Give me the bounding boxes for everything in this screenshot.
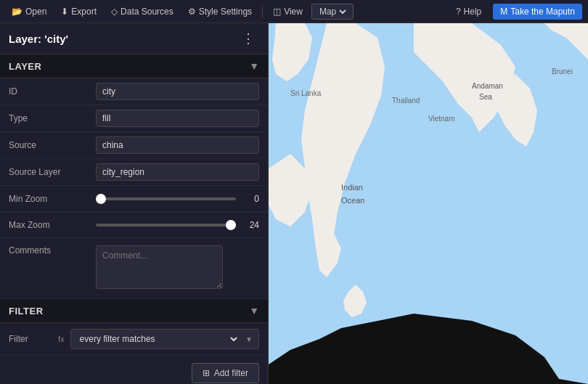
min-zoom-value: 0	[242, 194, 259, 204]
filter-field-row: Filter fx every filter matches ▼	[0, 323, 268, 356]
main: Layer: 'city' ⋮ Layer ▼ ID Type	[0, 23, 588, 384]
source-layer-field-row: Source Layer	[0, 159, 268, 186]
layer-header: Layer: 'city' ⋮	[0, 23, 268, 54]
min-zoom-label: Min Zoom	[9, 194, 96, 204]
min-zoom-slider-wrap[interactable]: 0	[96, 194, 259, 204]
source-label: Source	[9, 140, 96, 150]
max-zoom-label: Max Zoom	[9, 220, 96, 230]
max-zoom-value: 24	[242, 220, 259, 230]
topbar-right: ? Help M Take the Maputn	[450, 4, 582, 20]
maputnik-button[interactable]: M Take the Maputn	[493, 4, 582, 20]
map-select-wrap[interactable]: Map	[311, 4, 354, 20]
export-icon: ⬇	[61, 7, 68, 17]
comments-field-row: Comments	[0, 238, 268, 299]
filter-section-title: Filter	[9, 306, 44, 316]
sidebar: Layer: 'city' ⋮ Layer ▼ ID Type	[0, 23, 269, 384]
filter-select-wrap[interactable]: every filter matches ▼	[70, 329, 259, 349]
map-area: Thailand Vietnam Andaman Sea Brunei Indi…	[269, 23, 588, 384]
filter-section-arrow: ▼	[249, 305, 259, 316]
view-button[interactable]: ◫ View	[267, 4, 309, 20]
map-svg: Thailand Vietnam Andaman Sea Brunei Indi…	[269, 23, 588, 384]
comments-textarea[interactable]	[96, 245, 223, 289]
min-zoom-field-row: Min Zoom 0	[0, 186, 268, 212]
svg-text:Ocean: Ocean	[341, 196, 364, 205]
style-settings-button[interactable]: ⚙ Style Settings	[182, 4, 258, 20]
filter-section-header[interactable]: Filter ▼	[0, 299, 268, 323]
add-filter-icon: ⊞	[203, 368, 210, 378]
open-button[interactable]: 📂 Open	[6, 4, 52, 20]
view-icon: ◫	[273, 7, 281, 17]
comments-value-wrap[interactable]	[96, 245, 259, 291]
svg-text:Brunei: Brunei	[552, 68, 573, 75]
source-layer-input[interactable]	[96, 163, 259, 181]
open-icon: 📂	[12, 7, 23, 17]
id-label: ID	[9, 86, 96, 97]
every-filter-select[interactable]: every filter matches	[71, 330, 240, 348]
filter-label: Filter	[9, 334, 52, 344]
type-value-wrap[interactable]	[96, 110, 259, 127]
type-label: Type	[9, 113, 96, 123]
svg-text:Vietnam: Vietnam	[428, 115, 455, 123]
min-zoom-slider[interactable]	[96, 197, 236, 200]
type-field-row: Type	[0, 105, 268, 132]
data-sources-icon: ◇	[111, 7, 118, 17]
add-filter-button[interactable]: ⊞ Add filter	[192, 363, 259, 383]
layer-title: Layer: 'city'	[9, 33, 68, 45]
source-value-wrap[interactable]	[96, 136, 259, 154]
maputnik-icon: M	[500, 7, 507, 17]
max-zoom-slider-wrap[interactable]: 24	[96, 220, 259, 230]
separator	[262, 5, 263, 18]
id-field-row: ID	[0, 78, 268, 105]
svg-text:Indian: Indian	[341, 183, 363, 192]
id-value-wrap[interactable]	[96, 83, 259, 100]
add-filter-row: ⊞ Add filter	[0, 356, 268, 384]
comments-label: Comments	[9, 245, 96, 256]
source-layer-value-wrap[interactable]	[96, 163, 259, 181]
help-icon: ?	[456, 7, 461, 17]
id-input[interactable]	[96, 83, 259, 100]
help-button[interactable]: ? Help	[450, 4, 487, 20]
svg-text:Sri Lanka: Sri Lanka	[290, 89, 322, 97]
layer-fields: ID Type Source Source Laye	[0, 78, 268, 299]
max-zoom-slider[interactable]	[96, 224, 236, 226]
layer-section-title: Layer	[9, 61, 41, 72]
add-filter-label: Add filter	[214, 368, 248, 378]
max-zoom-field-row: Max Zoom 24	[0, 212, 268, 238]
type-input[interactable]	[96, 110, 259, 127]
filter-dropdown-arrow: ▼	[240, 335, 258, 343]
export-button[interactable]: ⬇ Export	[55, 4, 102, 20]
gear-icon: ⚙	[188, 7, 196, 17]
layer-section-header[interactable]: Layer ▼	[0, 54, 268, 78]
data-sources-button[interactable]: ◇ Data Sources	[105, 4, 179, 20]
svg-text:Sea: Sea	[479, 93, 492, 101]
map-select[interactable]: Map	[317, 6, 348, 17]
source-field-row: Source	[0, 132, 268, 159]
layer-section-arrow: ▼	[249, 60, 259, 72]
layer-menu-button[interactable]: ⋮	[237, 30, 259, 46]
source-input[interactable]	[96, 136, 259, 154]
fx-icon: fx	[58, 335, 65, 343]
svg-text:Thailand: Thailand	[392, 97, 420, 105]
source-layer-label: Source Layer	[9, 167, 96, 177]
topbar: 📂 Open ⬇ Export ◇ Data Sources ⚙ Style S…	[0, 0, 588, 23]
svg-text:Andaman: Andaman	[472, 82, 503, 90]
